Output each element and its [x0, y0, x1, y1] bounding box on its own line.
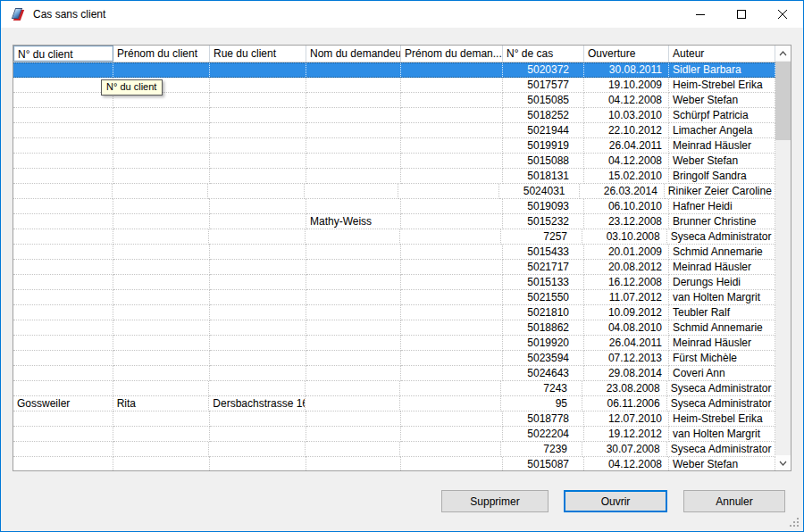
- cell-opening-date: 30.07.2008: [582, 442, 667, 457]
- cell-client-number: [13, 184, 113, 199]
- cell-client-number: [13, 63, 113, 77]
- cell-requester-name: [306, 442, 400, 457]
- cell-author: Heim-Strebel Erika: [669, 411, 775, 427]
- cell-client-street: [210, 290, 306, 305]
- ouvrir-button[interactable]: Ouvrir: [564, 490, 667, 512]
- cell-client-street: [210, 320, 306, 336]
- column-header-client-firstname[interactable]: Prénom du client: [113, 46, 210, 62]
- table-row[interactable]: 725703.10.2008Syseca Administrator: [13, 229, 775, 245]
- cell-author: Syseca Administrator: [667, 396, 775, 411]
- cell-requester-name: [306, 320, 401, 336]
- window-title: Cas sans client: [33, 8, 105, 21]
- cell-case-number: 5015085: [503, 93, 584, 108]
- column-header-author[interactable]: Auteur: [669, 46, 775, 62]
- cell-requester-firstname: [401, 199, 503, 214]
- table-row[interactable]: 502464329.08.2014Coveri Ann: [13, 366, 775, 381]
- column-header-client-number[interactable]: N° du client: [13, 46, 113, 62]
- resize-grip[interactable]: [790, 518, 800, 528]
- cell-client-firstname: [113, 169, 210, 184]
- table-row[interactable]: 501825210.03.2010Schürpf Patricia: [13, 108, 775, 123]
- cell-author: van Holten Margrit: [669, 290, 775, 305]
- cell-requester-name: [306, 138, 401, 154]
- table-row[interactable]: 502155011.07.2012van Holten Margrit: [13, 290, 775, 305]
- table-row[interactable]: GossweilerRitaDersbachstrasse 169506.11.…: [13, 396, 775, 411]
- maximize-button[interactable]: [721, 1, 762, 28]
- cell-opening-date: 07.12.2013: [584, 351, 669, 366]
- table-row[interactable]: 502220419.12.2012van Holten Margrit: [13, 427, 775, 442]
- cell-opening-date: 23.08.2008: [582, 381, 667, 396]
- cell-client-street: [210, 457, 306, 470]
- cell-opening-date: 10.03.2010: [584, 108, 669, 123]
- cell-requester-firstname: [400, 229, 502, 245]
- scrollbar-thumb[interactable]: [775, 62, 791, 140]
- column-tooltip: N° du client: [101, 79, 163, 96]
- cell-requester-firstname: [401, 351, 503, 366]
- table-row[interactable]: 501508804.12.2008Weber Stefan: [13, 154, 775, 169]
- cell-requester-firstname: [401, 154, 503, 169]
- table-row[interactable]: 502181010.09.2012Teubler Ralf: [13, 305, 775, 320]
- column-header-requester-name[interactable]: Nom du demandeur: [306, 46, 401, 62]
- cell-case-number: 5021550: [503, 290, 584, 305]
- cell-requester-name: [306, 78, 401, 93]
- cell-client-street: [210, 93, 306, 108]
- cell-opening-date: 12.07.2010: [584, 411, 669, 427]
- table-row[interactable]: 502171720.08.2012Meinrad Häusler: [13, 260, 775, 275]
- cell-opening-date: 04.12.2008: [584, 93, 669, 108]
- cell-opening-date: 16.12.2008: [584, 275, 669, 290]
- column-header-opening-date[interactable]: Ouverture: [584, 46, 669, 62]
- table-row[interactable]: 502403126.03.2014Riniker Zeier Caroline: [13, 184, 775, 199]
- scroll-up-button[interactable]: [775, 46, 791, 61]
- table-row[interactable]: 501813115.02.2010Bringolf Sandra: [13, 169, 775, 184]
- chevron-up-icon: [779, 51, 787, 56]
- cell-client-firstname: [113, 138, 210, 154]
- table-row[interactable]: 501508704.12.2008Weber Stefan: [13, 457, 775, 470]
- column-header-requester-firstname[interactable]: Prénom du deman...: [401, 46, 503, 62]
- table-row[interactable]: 501886204.08.2010Schmid Annemarie: [13, 320, 775, 336]
- table-row[interactable]: 501513316.12.2008Derungs Heidi: [13, 275, 775, 290]
- cell-requester-name: [306, 305, 401, 320]
- table-row[interactable]: Mathy-Weiss501523223.12.2008Brunner Chri…: [13, 214, 775, 229]
- scroll-down-button[interactable]: [775, 455, 791, 470]
- cell-client-street: [210, 336, 306, 351]
- cell-client-firstname: [113, 290, 210, 305]
- close-button[interactable]: [762, 1, 803, 28]
- table-row[interactable]: 501877812.07.2010Heim-Strebel Erika: [13, 411, 775, 427]
- cell-case-number: 5021944: [503, 123, 584, 138]
- table-row[interactable]: 502194422.10.2012Limacher Angela: [13, 123, 775, 138]
- table-row[interactable]: 501991926.04.2011Meinrad Häusler: [13, 138, 775, 154]
- table-row[interactable]: 501909306.10.2010Hafner Heidi: [13, 199, 775, 214]
- cell-opening-date: 19.10.2009: [584, 78, 669, 93]
- cell-requester-firstname: [401, 336, 503, 351]
- table-row[interactable]: 501992026.04.2011Meinrad Häusler: [13, 336, 775, 351]
- column-header-client-street[interactable]: Rue du client: [210, 46, 306, 62]
- cell-client-street: [210, 214, 306, 229]
- table-row[interactable]: 723930.07.2008Syseca Administrator: [13, 442, 775, 457]
- vertical-scrollbar[interactable]: [775, 46, 791, 470]
- cell-opening-date: 04.08.2010: [584, 320, 669, 336]
- table-row[interactable]: 502359407.12.2013Fürst Michèle: [13, 351, 775, 366]
- app-logo-icon: [11, 7, 25, 21]
- column-header-case-number[interactable]: N° de cas: [503, 46, 584, 62]
- cell-client-firstname: [113, 184, 208, 199]
- maximize-icon: [737, 10, 746, 19]
- cell-author: Syseca Administrator: [667, 381, 775, 396]
- cell-author: Meinrad Häusler: [669, 260, 775, 275]
- cell-client-street: [210, 123, 306, 138]
- cell-client-street: Dersbachstrasse 16: [209, 396, 306, 411]
- titlebar[interactable]: Cas sans client: [1, 1, 803, 28]
- cell-client-firstname: [113, 351, 210, 366]
- table-row[interactable]: 502037230.08.2011Sidler Barbara: [13, 62, 775, 78]
- minimize-button[interactable]: [680, 1, 721, 28]
- table-row[interactable]: 724323.08.2008Syseca Administrator: [13, 381, 775, 396]
- cell-client-number: [13, 245, 113, 260]
- cell-author: Sidler Barbara: [669, 63, 775, 77]
- supprimer-button[interactable]: Supprimer: [441, 490, 549, 512]
- cell-author: Brunner Christine: [669, 214, 775, 229]
- cell-client-firstname: [113, 214, 210, 229]
- annuler-button[interactable]: Annuler: [683, 490, 785, 512]
- cell-author: Meinrad Häusler: [669, 138, 775, 154]
- table-row[interactable]: 501543320.01.2009Schmid Annemarie: [13, 245, 775, 260]
- cell-author: Meinrad Häusler: [669, 336, 775, 351]
- cell-client-number: [13, 214, 113, 229]
- cell-opening-date: 22.10.2012: [584, 123, 669, 138]
